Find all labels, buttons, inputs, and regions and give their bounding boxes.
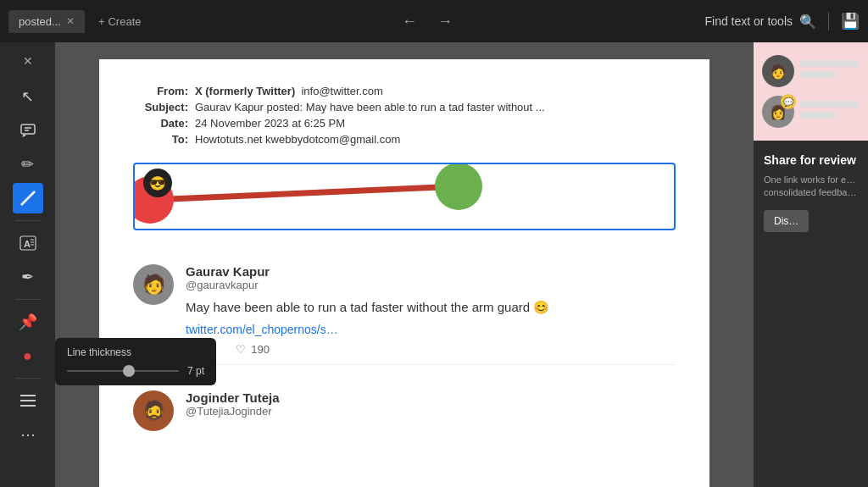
- to-value: Howtotuts.net kwebbydotcom@gmail.com: [195, 133, 400, 146]
- pdf-page: From: X (formerly Twitter) info@twitter.…: [99, 59, 709, 487]
- topbar-nav: ← →: [395, 9, 459, 34]
- signature-tool-button[interactable]: ✒: [13, 262, 43, 292]
- tweet-body-1: Gaurav Kapur @gauravkapur May have been …: [186, 264, 676, 356]
- topbar: posted... ✕ + Create ← → Find text or to…: [0, 0, 868, 42]
- comment-bubble-icon: 💬: [781, 94, 796, 109]
- tab-posted[interactable]: posted... ✕: [8, 10, 85, 33]
- thickness-slider[interactable]: [67, 370, 179, 372]
- line-thickness-tooltip: Line thickness 7 pt: [55, 338, 216, 385]
- slider-thumb[interactable]: [123, 365, 135, 377]
- like-count: 190: [251, 343, 270, 356]
- more-options-button[interactable]: ⋯: [13, 419, 43, 450]
- tool-separator-2: [15, 299, 41, 300]
- avatar-lines-1: [799, 55, 860, 78]
- tweet-name-2: Joginder Tuteja: [186, 390, 676, 405]
- line-thickness-slider-row: 7 pt: [67, 365, 204, 377]
- main-layout: ✕ ↖ ✏ A ✒ 📌 ●: [0, 42, 868, 487]
- email-header: From: X (formerly Twitter) info@twitter.…: [133, 85, 676, 146]
- pin-tool-button[interactable]: 📌: [13, 307, 43, 337]
- line-thickness-label: Line thickness: [67, 346, 204, 358]
- from-value: X (formerly Twitter) info@twitter.com: [195, 85, 383, 97]
- tweet-handle-1: @gauravkapur: [186, 279, 676, 291]
- svg-line-4: [21, 191, 35, 205]
- share-title: Share for review: [764, 153, 858, 167]
- add-comment-tool-button[interactable]: [13, 115, 43, 146]
- tweet-actions-1: 🔁 5 ♡ 190: [186, 343, 676, 356]
- avatar-lines-2: [799, 96, 860, 119]
- from-label: From:: [133, 85, 188, 97]
- panel-avatar-wrap-2: 👩 💬: [762, 96, 794, 128]
- menu-tool-button[interactable]: [13, 385, 43, 416]
- close-panel-button[interactable]: ✕: [19, 51, 36, 71]
- svg-text:A: A: [24, 239, 31, 249]
- topbar-right: Find text or tools 🔍 💾: [705, 12, 860, 30]
- avatar-line-short: [799, 71, 836, 78]
- tool-separator-3: [15, 378, 41, 379]
- tab-label: posted...: [19, 15, 61, 28]
- tweet-avatar-2: 🧔: [133, 390, 174, 431]
- content-area: From: X (formerly Twitter) info@twitter.…: [55, 42, 754, 487]
- find-text-label: Find text or tools: [705, 14, 793, 28]
- panel-avatar-1: 🧑: [762, 55, 794, 87]
- left-sidebar: ✕ ↖ ✏ A ✒ 📌 ●: [0, 42, 55, 487]
- redo-button[interactable]: →: [431, 9, 459, 34]
- like-action[interactable]: ♡ 190: [236, 343, 270, 356]
- tweet-card-annotated: 😎: [133, 163, 676, 230]
- tab-close-icon[interactable]: ✕: [66, 15, 75, 27]
- share-panel: Share for review One link works for e… c…: [754, 141, 868, 487]
- stamp-tool-button[interactable]: ●: [13, 340, 43, 371]
- like-icon: ♡: [236, 343, 246, 356]
- avatar-line-full: [799, 60, 860, 67]
- svg-rect-0: [21, 125, 35, 134]
- avatar-line-short-2: [799, 112, 836, 119]
- avatar-row-2: 👩 💬: [762, 96, 860, 128]
- search-icon: 🔍: [799, 14, 816, 30]
- subject-value: Gaurav Kapur posted: May have been able …: [195, 101, 545, 113]
- dismiss-button[interactable]: Dis…: [764, 210, 809, 232]
- line-tool-button[interactable]: [13, 183, 43, 213]
- plus-icon: +: [98, 15, 105, 28]
- right-panel: 🧑 👩 💬: [754, 42, 868, 487]
- tweet-avatar-1: 🧑: [133, 264, 174, 305]
- avatar-row-1: 🧑: [762, 55, 860, 87]
- panel-avatars: 🧑 👩 💬: [754, 42, 868, 141]
- share-description: One link works for e… consolidated feedb…: [764, 174, 858, 200]
- from-email: info@twitter.com: [301, 85, 382, 97]
- email-from-row: From: X (formerly Twitter) info@twitter.…: [133, 85, 676, 97]
- card-avatar: 😎: [143, 169, 172, 197]
- email-subject-row: Subject: Gaurav Kapur posted: May have b…: [133, 101, 676, 113]
- panel-avatar-wrap-1: 🧑: [762, 55, 794, 87]
- create-label: Create: [108, 15, 141, 28]
- date-value: 24 November 2023 at 6:25 PM: [195, 117, 345, 130]
- tool-separator: [15, 220, 41, 221]
- from-name: X (formerly Twitter): [195, 85, 295, 97]
- email-to-row: To: Howtotuts.net kwebbydotcom@gmail.com: [133, 133, 676, 146]
- pencil-tool-button[interactable]: ✏: [13, 149, 43, 180]
- text-tool-button[interactable]: A: [13, 228, 43, 258]
- find-text-tools[interactable]: Find text or tools 🔍: [705, 14, 817, 30]
- subject-label: Subject:: [133, 101, 188, 113]
- date-label: Date:: [133, 117, 188, 130]
- email-date-row: Date: 24 November 2023 at 6:25 PM: [133, 117, 676, 130]
- avatar-line-full-2: [799, 101, 860, 108]
- undo-button[interactable]: ←: [395, 9, 424, 34]
- svg-line-15: [150, 186, 459, 200]
- tweet-handle-2: @TutejiaJoginder: [186, 405, 676, 418]
- to-label: To:: [133, 133, 188, 146]
- tab-new[interactable]: + Create: [90, 10, 150, 33]
- tweet-name-1: Gaurav Kapur: [186, 264, 676, 279]
- tweet-link-1[interactable]: twitter.com/el_chopernos/s…: [186, 323, 676, 336]
- select-tool-button[interactable]: ↖: [13, 81, 43, 112]
- topbar-left: posted... ✕ + Create: [8, 10, 150, 33]
- tweet-body-2: Joginder Tuteja @TutejiaJoginder: [186, 390, 676, 431]
- save-icon[interactable]: 💾: [841, 12, 860, 30]
- annotation-line-svg: [135, 164, 674, 229]
- tweet-text-1: May have been able to run a tad faster w…: [186, 298, 676, 316]
- tweet-post-2: 🧔 Joginder Tuteja @TutejiaJoginder: [133, 382, 676, 440]
- thickness-value: 7 pt: [187, 365, 204, 377]
- divider: [828, 12, 829, 30]
